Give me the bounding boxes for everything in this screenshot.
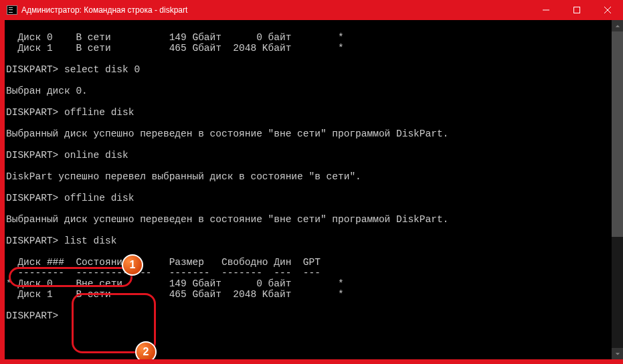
prompt-line: DISKPART> offline disk bbox=[6, 107, 134, 118]
prompt-line: DISKPART> bbox=[6, 310, 58, 321]
minimize-button[interactable] bbox=[531, 0, 561, 20]
annotation-highlight-1 bbox=[9, 267, 132, 287]
output-line: DiskPart успешно перевел выбранный диск … bbox=[6, 171, 361, 182]
output-line: Выбран диск 0. bbox=[6, 86, 88, 96]
output-line: Диск 1 В сети 465 Gбайт 2048 Kбайт * bbox=[6, 43, 344, 54]
annotation-badge-1: 1 bbox=[122, 254, 143, 276]
output-line: Диск 0 В сети 149 Gбайт 0 байт * bbox=[6, 32, 344, 43]
scrollbar-thumb[interactable] bbox=[612, 31, 623, 237]
prompt-line: DISKPART> select disk 0 bbox=[6, 64, 140, 75]
window-controls bbox=[531, 0, 623, 20]
output-line: Выбранный диск успешно переведен в состо… bbox=[6, 128, 448, 139]
scrollbar-track[interactable] bbox=[612, 31, 623, 348]
window-title: Администратор: Командная строка - diskpa… bbox=[21, 5, 531, 15]
output-line: Выбранный диск успешно переведен в состо… bbox=[6, 214, 448, 225]
table-header: Диск ### Состояние Размер Свободно Дин G… bbox=[6, 257, 321, 268]
cmd-icon bbox=[7, 5, 17, 15]
maximize-button[interactable] bbox=[561, 0, 592, 20]
table-row: Диск 1 В сети 465 Gбайт 2048 Kбайт * bbox=[6, 289, 344, 300]
client-area: Диск 0 В сети 149 Gбайт 0 байт * Диск 1 … bbox=[5, 20, 623, 359]
terminal[interactable]: Диск 0 В сети 149 Gбайт 0 байт * Диск 1 … bbox=[5, 20, 612, 359]
prompt-line: DISKPART> offline disk bbox=[6, 193, 134, 203]
close-button[interactable] bbox=[592, 0, 623, 20]
window-frame: Администратор: Командная строка - diskpa… bbox=[0, 0, 623, 364]
scroll-down-button[interactable] bbox=[612, 348, 623, 359]
svg-rect-1 bbox=[574, 7, 580, 13]
prompt-line: DISKPART> list disk bbox=[6, 236, 116, 246]
annotation-badge-2: 2 bbox=[135, 341, 157, 359]
vertical-scrollbar[interactable] bbox=[612, 20, 623, 359]
titlebar[interactable]: Администратор: Командная строка - diskpa… bbox=[0, 0, 623, 20]
prompt-line: DISKPART> online disk bbox=[6, 150, 128, 161]
scroll-up-button[interactable] bbox=[612, 20, 623, 31]
